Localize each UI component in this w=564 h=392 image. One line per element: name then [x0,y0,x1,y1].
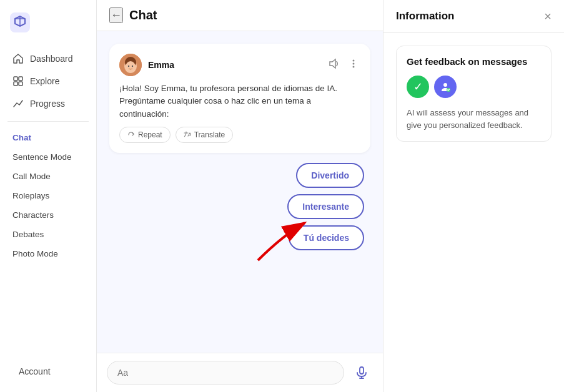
sidebar-item-sentence-mode[interactable]: Sentence Mode [5,147,91,167]
emma-message-text: ¡Hola! Soy Emma, tu profesora personal d… [119,82,360,120]
sidebar-section: Chat Sentence Mode Call Mode Roleplays C… [0,128,96,361]
app-logo [0,10,96,47]
svg-point-12 [132,66,133,67]
main-chat: ← Chat [97,0,383,392]
chat-header: ← Chat [97,0,383,31]
feedback-title: Get feedback on messages [407,56,541,67]
feedback-description: AI will assess your messages and give yo… [407,107,541,131]
sidebar-divider [7,121,89,122]
sidebar: Dashboard Explore Progress [0,0,97,392]
emma-message-card: Emma [109,44,370,153]
home-icon [12,53,24,64]
check-icon: ✓ [407,76,429,98]
svg-marker-13 [330,59,335,68]
topic-interesante-button[interactable]: Interesante [287,194,364,219]
sidebar-item-debates-label: Debates [12,230,44,239]
sidebar-item-progress-label: Progress [30,99,65,109]
topic-tu-decides-button[interactable]: Tú decides [289,225,364,250]
emma-actions-right [327,57,360,73]
info-panel-body: Get feedback on messages ✓ AI will asses… [383,33,564,154]
svg-point-10 [126,61,136,72]
chat-title: Chat [129,8,157,22]
chat-input-area [97,353,383,392]
volume-button[interactable] [327,57,340,73]
explore-icon [12,76,24,87]
sidebar-item-progress[interactable]: Progress [5,92,91,115]
info-panel-header: Information × [383,0,564,33]
translate-label: Translate [194,130,225,139]
sidebar-item-photo-mode[interactable]: Photo Mode [5,244,91,263]
repeat-button[interactable]: Repeat [119,127,171,143]
chat-input[interactable] [107,361,344,385]
mic-button[interactable] [350,361,373,384]
sidebar-item-chat[interactable]: Chat [5,128,91,147]
sidebar-bottom: Account [0,361,96,382]
progress-icon [12,98,24,109]
sidebar-item-chat-label: Chat [12,133,31,142]
info-panel: Information × Get feedback on messages ✓ [383,0,564,392]
sidebar-item-roleplays-label: Roleplays [12,191,49,200]
sidebar-item-dashboard-label: Dashboard [30,54,73,64]
sidebar-item-explore[interactable]: Explore [5,70,91,92]
sidebar-nav-top: Dashboard Explore Progress [0,47,96,115]
sidebar-item-account[interactable]: Account [5,361,91,382]
chat-body: Emma [97,31,383,353]
sidebar-item-account-label: Account [19,366,51,376]
svg-point-15 [353,63,355,65]
back-button[interactable]: ← [109,7,123,23]
sidebar-item-photo-mode-label: Photo Mode [12,249,58,258]
topic-divertido-button[interactable]: Divertido [296,163,364,188]
sidebar-item-roleplays[interactable]: Roleplays [5,186,91,205]
sidebar-item-dashboard[interactable]: Dashboard [5,47,91,70]
emma-header: Emma [119,54,360,76]
sidebar-item-call-mode[interactable]: Call Mode [5,167,91,186]
svg-point-16 [353,66,355,68]
svg-rect-18 [360,367,364,374]
translate-button[interactable]: Translate [176,127,234,143]
sidebar-item-call-mode-label: Call Mode [12,172,51,181]
feedback-icons: ✓ [407,76,541,98]
emma-name: Emma [148,60,174,70]
svg-point-14 [353,60,355,62]
feedback-card: Get feedback on messages ✓ AI will asses… [396,46,552,142]
svg-point-21 [443,83,447,87]
emma-avatar [119,54,142,76]
sidebar-item-debates[interactable]: Debates [5,225,91,244]
emma-message-buttons: Repeat Translate [119,127,360,143]
info-panel-title: Information [396,10,455,22]
user-feedback-icon [434,76,457,98]
info-panel-close-button[interactable]: × [544,10,552,22]
svg-rect-2 [19,77,22,81]
more-options-button[interactable] [347,57,360,73]
svg-rect-4 [19,82,22,86]
svg-rect-3 [14,82,17,86]
repeat-label: Repeat [138,130,162,139]
sidebar-item-characters[interactable]: Characters [5,205,91,225]
sidebar-item-characters-label: Characters [12,210,54,220]
sidebar-item-explore-label: Explore [30,76,59,86]
svg-point-11 [128,66,129,67]
sidebar-item-sentence-mode-label: Sentence Mode [12,152,72,162]
svg-rect-1 [14,77,17,81]
